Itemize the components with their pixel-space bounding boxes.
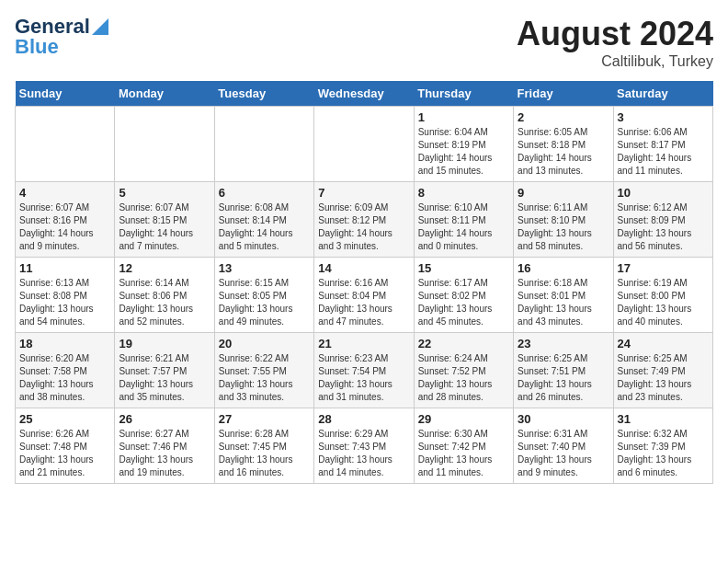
day-number: 17 bbox=[618, 261, 709, 275]
calendar-cell: 29Sunrise: 6:30 AM Sunset: 7:42 PM Dayli… bbox=[414, 408, 513, 484]
day-number: 10 bbox=[618, 186, 709, 200]
day-number: 11 bbox=[19, 261, 110, 275]
day-info: Sunrise: 6:25 AM Sunset: 7:51 PM Dayligh… bbox=[518, 352, 609, 404]
day-number: 9 bbox=[518, 186, 609, 200]
day-number: 26 bbox=[119, 412, 210, 426]
day-number: 31 bbox=[618, 412, 709, 426]
day-number: 4 bbox=[19, 186, 110, 200]
day-info: Sunrise: 6:23 AM Sunset: 7:54 PM Dayligh… bbox=[318, 352, 409, 404]
logo: General Blue bbox=[15, 15, 108, 59]
calendar-cell bbox=[16, 107, 115, 182]
weekday-header: Thursday bbox=[414, 81, 513, 107]
day-number: 19 bbox=[119, 337, 210, 350]
weekday-header: Friday bbox=[514, 81, 613, 107]
weekday-header: Saturday bbox=[613, 81, 712, 107]
day-info: Sunrise: 6:18 AM Sunset: 8:01 PM Dayligh… bbox=[518, 277, 609, 328]
day-info: Sunrise: 6:10 AM Sunset: 8:11 PM Dayligh… bbox=[418, 201, 509, 253]
day-info: Sunrise: 6:09 AM Sunset: 8:12 PM Dayligh… bbox=[318, 201, 409, 253]
calendar-cell bbox=[115, 107, 214, 182]
calendar-cell: 28Sunrise: 6:29 AM Sunset: 7:43 PM Dayli… bbox=[314, 408, 414, 484]
day-info: Sunrise: 6:19 AM Sunset: 8:00 PM Dayligh… bbox=[618, 277, 709, 328]
day-info: Sunrise: 6:25 AM Sunset: 7:49 PM Dayligh… bbox=[618, 352, 709, 404]
calendar-cell: 14Sunrise: 6:16 AM Sunset: 8:04 PM Dayli… bbox=[314, 258, 414, 333]
day-number: 20 bbox=[219, 337, 310, 350]
calendar-cell: 2Sunrise: 6:05 AM Sunset: 8:18 PM Daylig… bbox=[514, 107, 613, 182]
calendar-cell: 27Sunrise: 6:28 AM Sunset: 7:45 PM Dayli… bbox=[214, 408, 313, 484]
calendar-cell: 6Sunrise: 6:08 AM Sunset: 8:14 PM Daylig… bbox=[214, 182, 313, 258]
calendar-cell: 31Sunrise: 6:32 AM Sunset: 7:39 PM Dayli… bbox=[613, 408, 712, 484]
day-info: Sunrise: 6:28 AM Sunset: 7:45 PM Dayligh… bbox=[219, 428, 310, 479]
day-number: 23 bbox=[518, 337, 609, 350]
weekday-header: Tuesday bbox=[214, 81, 313, 107]
day-number: 8 bbox=[418, 186, 509, 200]
day-number: 1 bbox=[418, 110, 509, 124]
calendar-week-row: 4Sunrise: 6:07 AM Sunset: 8:16 PM Daylig… bbox=[16, 182, 713, 258]
day-number: 21 bbox=[318, 337, 409, 350]
calendar-week-row: 11Sunrise: 6:13 AM Sunset: 8:08 PM Dayli… bbox=[16, 258, 713, 333]
calendar-week-row: 18Sunrise: 6:20 AM Sunset: 7:58 PM Dayli… bbox=[16, 333, 713, 408]
day-number: 5 bbox=[119, 186, 210, 200]
calendar-cell: 13Sunrise: 6:15 AM Sunset: 8:05 PM Dayli… bbox=[214, 258, 313, 333]
day-info: Sunrise: 6:24 AM Sunset: 7:52 PM Dayligh… bbox=[418, 352, 509, 404]
calendar-cell: 20Sunrise: 6:22 AM Sunset: 7:55 PM Dayli… bbox=[214, 333, 313, 408]
calendar-cell: 19Sunrise: 6:21 AM Sunset: 7:57 PM Dayli… bbox=[115, 333, 214, 408]
day-number: 28 bbox=[318, 412, 409, 426]
day-number: 12 bbox=[119, 261, 210, 275]
day-number: 22 bbox=[418, 337, 509, 350]
day-info: Sunrise: 6:17 AM Sunset: 8:02 PM Dayligh… bbox=[418, 277, 509, 328]
day-info: Sunrise: 6:12 AM Sunset: 8:09 PM Dayligh… bbox=[618, 201, 709, 253]
day-info: Sunrise: 6:11 AM Sunset: 8:10 PM Dayligh… bbox=[518, 201, 609, 253]
day-number: 15 bbox=[418, 261, 509, 275]
day-info: Sunrise: 6:21 AM Sunset: 7:57 PM Dayligh… bbox=[119, 352, 210, 404]
calendar-cell: 30Sunrise: 6:31 AM Sunset: 7:40 PM Dayli… bbox=[514, 408, 613, 484]
calendar-cell: 5Sunrise: 6:07 AM Sunset: 8:15 PM Daylig… bbox=[115, 182, 214, 258]
day-info: Sunrise: 6:29 AM Sunset: 7:43 PM Dayligh… bbox=[318, 428, 409, 479]
calendar-header-row: SundayMondayTuesdayWednesdayThursdayFrid… bbox=[16, 81, 713, 107]
weekday-header: Wednesday bbox=[314, 81, 414, 107]
calendar-week-row: 25Sunrise: 6:26 AM Sunset: 7:48 PM Dayli… bbox=[16, 408, 713, 484]
day-number: 13 bbox=[219, 261, 310, 275]
day-number: 2 bbox=[518, 110, 609, 124]
calendar-cell: 1Sunrise: 6:04 AM Sunset: 8:19 PM Daylig… bbox=[414, 107, 513, 182]
day-number: 18 bbox=[19, 337, 110, 350]
calendar-cell: 21Sunrise: 6:23 AM Sunset: 7:54 PM Dayli… bbox=[314, 333, 414, 408]
logo-blue: Blue bbox=[15, 35, 59, 59]
day-number: 7 bbox=[318, 186, 409, 200]
calendar-table: SundayMondayTuesdayWednesdayThursdayFrid… bbox=[15, 81, 713, 484]
day-number: 29 bbox=[418, 412, 509, 426]
page-header: General Blue August 2024 Caltilibuk, Tur… bbox=[15, 15, 713, 70]
day-info: Sunrise: 6:06 AM Sunset: 8:17 PM Dayligh… bbox=[618, 126, 709, 178]
day-info: Sunrise: 6:13 AM Sunset: 8:08 PM Dayligh… bbox=[19, 277, 110, 328]
calendar-cell: 25Sunrise: 6:26 AM Sunset: 7:48 PM Dayli… bbox=[16, 408, 115, 484]
location: Caltilibuk, Turkey bbox=[517, 53, 713, 70]
day-info: Sunrise: 6:32 AM Sunset: 7:39 PM Dayligh… bbox=[618, 428, 709, 479]
calendar-cell: 17Sunrise: 6:19 AM Sunset: 8:00 PM Dayli… bbox=[613, 258, 712, 333]
calendar-cell: 26Sunrise: 6:27 AM Sunset: 7:46 PM Dayli… bbox=[115, 408, 214, 484]
day-info: Sunrise: 6:16 AM Sunset: 8:04 PM Dayligh… bbox=[318, 277, 409, 328]
day-number: 30 bbox=[518, 412, 609, 426]
day-number: 14 bbox=[318, 261, 409, 275]
day-number: 25 bbox=[19, 412, 110, 426]
calendar-cell bbox=[214, 107, 313, 182]
day-info: Sunrise: 6:20 AM Sunset: 7:58 PM Dayligh… bbox=[19, 352, 110, 404]
weekday-header: Sunday bbox=[16, 81, 115, 107]
day-info: Sunrise: 6:26 AM Sunset: 7:48 PM Dayligh… bbox=[19, 428, 110, 479]
day-info: Sunrise: 6:22 AM Sunset: 7:55 PM Dayligh… bbox=[219, 352, 310, 404]
logo-triangle-icon bbox=[92, 18, 108, 35]
day-number: 24 bbox=[618, 337, 709, 350]
calendar-cell: 15Sunrise: 6:17 AM Sunset: 8:02 PM Dayli… bbox=[414, 258, 513, 333]
calendar-cell: 22Sunrise: 6:24 AM Sunset: 7:52 PM Dayli… bbox=[414, 333, 513, 408]
calendar-week-row: 1Sunrise: 6:04 AM Sunset: 8:19 PM Daylig… bbox=[16, 107, 713, 182]
calendar-cell: 12Sunrise: 6:14 AM Sunset: 8:06 PM Dayli… bbox=[115, 258, 214, 333]
day-info: Sunrise: 6:07 AM Sunset: 8:15 PM Dayligh… bbox=[119, 201, 210, 253]
calendar-cell: 7Sunrise: 6:09 AM Sunset: 8:12 PM Daylig… bbox=[314, 182, 414, 258]
calendar-cell: 23Sunrise: 6:25 AM Sunset: 7:51 PM Dayli… bbox=[514, 333, 613, 408]
day-info: Sunrise: 6:14 AM Sunset: 8:06 PM Dayligh… bbox=[119, 277, 210, 328]
calendar-cell: 11Sunrise: 6:13 AM Sunset: 8:08 PM Dayli… bbox=[16, 258, 115, 333]
day-info: Sunrise: 6:15 AM Sunset: 8:05 PM Dayligh… bbox=[219, 277, 310, 328]
svg-marker-0 bbox=[92, 18, 108, 35]
day-number: 3 bbox=[618, 110, 709, 124]
calendar-cell bbox=[314, 107, 414, 182]
day-info: Sunrise: 6:07 AM Sunset: 8:16 PM Dayligh… bbox=[19, 201, 110, 253]
day-info: Sunrise: 6:27 AM Sunset: 7:46 PM Dayligh… bbox=[119, 428, 210, 479]
